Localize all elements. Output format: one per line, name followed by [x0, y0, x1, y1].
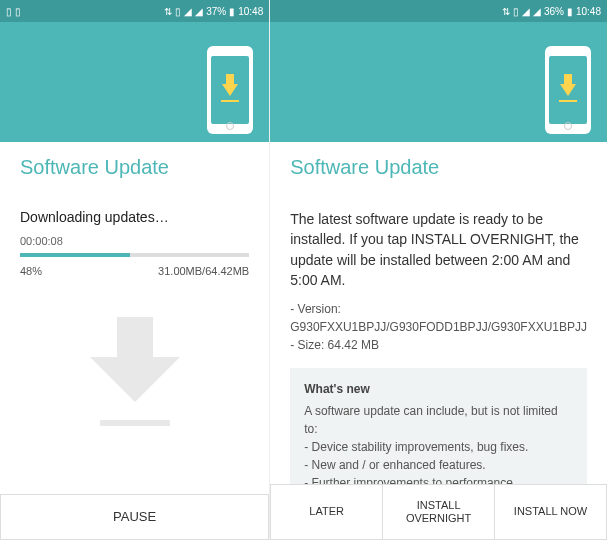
nfc-icon: ▯: [175, 6, 181, 17]
status-bar: ▯ ▯ ⇅ ▯ ◢ ◢ 37% ▮ 10:48: [0, 0, 269, 22]
footer: LATER INSTALL OVERNIGHT INSTALL NOW: [270, 484, 607, 540]
header: [0, 22, 269, 142]
signal-icon: ◢: [522, 6, 530, 17]
content-area: Downloading updates… 00:00:08 48% 31.00M…: [0, 193, 269, 494]
phone-icon: ▯: [6, 6, 12, 17]
battery-text: 36%: [544, 6, 564, 17]
clock: 10:48: [576, 6, 601, 17]
version-text: - Version: G930FXXU1BPJJ/G930FODD1BPJJ/G…: [290, 300, 587, 336]
card-icon: ▯: [15, 6, 21, 17]
footer: PAUSE: [0, 494, 269, 540]
battery-icon: ▮: [229, 6, 235, 17]
clock: 10:48: [238, 6, 263, 17]
install-now-button[interactable]: INSTALL NOW: [495, 485, 607, 540]
page-title: Software Update: [270, 142, 607, 193]
wifi-icon: ⇅: [502, 6, 510, 17]
whats-new-title: What's new: [304, 380, 573, 398]
size-text: - Size: 64.42 MB: [290, 336, 587, 354]
phone-download-icon: [207, 46, 253, 134]
phone-download-icon: [545, 46, 591, 134]
signal-icon: ◢: [184, 6, 192, 17]
later-button[interactable]: LATER: [270, 485, 383, 540]
nfc-icon: ▯: [513, 6, 519, 17]
download-arrow-icon: [90, 317, 180, 426]
elapsed-time: 00:00:08: [20, 235, 249, 247]
battery-text: 37%: [206, 6, 226, 17]
pause-button[interactable]: PAUSE: [0, 495, 269, 540]
content-area: The latest software update is ready to b…: [270, 193, 607, 484]
progress-bar: [20, 253, 249, 257]
status-bar: ⇅ ▯ ◢ ◢ 36% ▮ 10:48: [270, 0, 607, 22]
signal-icon: ◢: [533, 6, 541, 17]
screen-downloading: ▯ ▯ ⇅ ▯ ◢ ◢ 37% ▮ 10:48 Software Update …: [0, 0, 270, 540]
progress-percent: 48%: [20, 265, 42, 277]
battery-icon: ▮: [567, 6, 573, 17]
header: [270, 22, 607, 142]
whats-new-panel: What's new A software update can include…: [290, 368, 587, 483]
whats-new-body: A software update can include, but is no…: [304, 402, 573, 483]
install-overnight-button[interactable]: INSTALL OVERNIGHT: [383, 485, 495, 540]
page-title: Software Update: [0, 142, 269, 193]
signal-icon: ◢: [195, 6, 203, 17]
wifi-icon: ⇅: [164, 6, 172, 17]
ready-message: The latest software update is ready to b…: [290, 209, 587, 290]
progress-size: 31.00MB/64.42MB: [158, 265, 249, 277]
screen-ready: ⇅ ▯ ◢ ◢ 36% ▮ 10:48 Software Update The …: [270, 0, 607, 540]
download-status: Downloading updates…: [20, 209, 249, 225]
progress-fill: [20, 253, 130, 257]
